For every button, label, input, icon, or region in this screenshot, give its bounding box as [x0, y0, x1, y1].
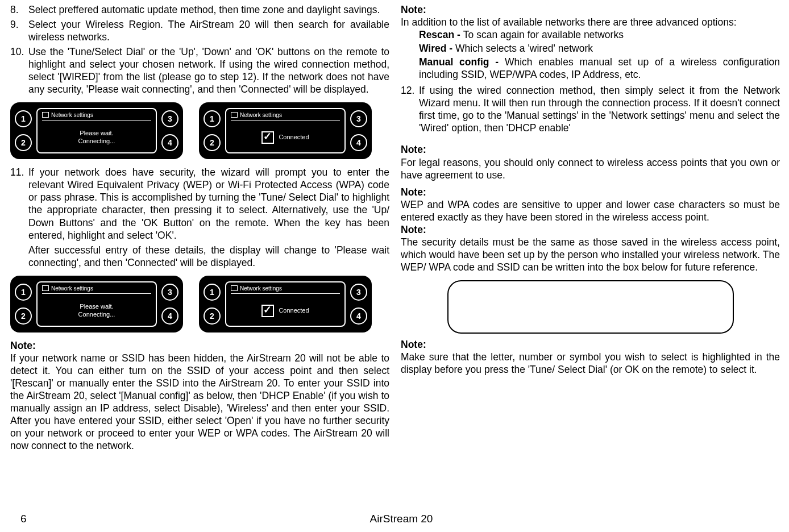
- list-number: 11.: [10, 166, 28, 241]
- note-label: Note:: [401, 186, 780, 198]
- list-icon: [231, 112, 238, 118]
- option-rescan: Rescan - To scan again for available net…: [419, 28, 780, 41]
- screen-text-line2: Connecting...: [78, 138, 115, 146]
- screen-body: Please wait. Connecting...: [38, 296, 156, 326]
- list-item-10: 10. Use the 'Tune/Select Dial' or the 'U…: [10, 45, 389, 95]
- note-intro: In addition to the list of available net…: [401, 16, 780, 28]
- screen-text-connected: Connected: [279, 307, 309, 315]
- list-icon: [231, 285, 238, 291]
- screen-title: Network settings: [240, 285, 282, 292]
- writein-box: [447, 280, 734, 334]
- note-label: Note:: [401, 143, 780, 156]
- note-1-text: If your network name or SSID has been hi…: [10, 352, 389, 452]
- screen-title-bar: Network settings: [42, 111, 151, 121]
- list-number: 10.: [10, 45, 28, 95]
- screen-text-connected: Connected: [279, 134, 309, 142]
- device-row-1: 1 2 3 4 Network settings Please wait. Co…: [10, 102, 389, 159]
- page-footer: 6 AirStream 20: [20, 513, 782, 525]
- device-button-2: 2: [204, 307, 221, 325]
- note-label: Note:: [401, 3, 780, 16]
- device-screen: Network settings Connected: [225, 281, 346, 327]
- check-icon: [261, 131, 274, 144]
- option-text: Which selects a 'wired' network: [455, 43, 593, 54]
- device-display-connecting: 1 2 3 4 Network settings Please wait. Co…: [10, 102, 183, 159]
- list-item-12: 12. If using the wired connection method…: [401, 84, 780, 134]
- device-display-connecting: 1 2 3 4 Network settings Please wait. Co…: [10, 276, 183, 332]
- list-number: 8.: [10, 3, 28, 16]
- screen-body: Please wait. Connecting...: [38, 123, 156, 152]
- list-icon: [42, 112, 49, 118]
- option-label: Manual config -: [419, 56, 505, 68]
- screen-title-bar: Network settings: [231, 285, 340, 294]
- note-5-text: Make sure that the letter, number or sym…: [401, 351, 780, 376]
- device-screen: Network settings Connected: [225, 108, 346, 153]
- list-text-span: If your network does have security, the …: [28, 167, 389, 240]
- device-button-3: 3: [161, 110, 178, 127]
- device-screen: Network settings Please wait. Connecting…: [36, 281, 157, 327]
- device-button-4: 4: [161, 134, 178, 151]
- device-display-connected: 1 2 3 4 Network settings Connected: [199, 102, 372, 159]
- device-button-4: 4: [350, 307, 367, 325]
- note-label: Note:: [401, 338, 780, 351]
- list-item-11: 11. If your network does have security, …: [10, 166, 389, 241]
- screen-title-bar: Network settings: [231, 111, 340, 121]
- screen-text-line1: Please wait.: [80, 130, 113, 138]
- option-manual-config: Manual config - Which enables manual set…: [419, 56, 780, 81]
- device-button-1: 1: [204, 110, 221, 127]
- note-3-text: WEP and WPA codes are sensitive to upper…: [401, 198, 780, 223]
- option-text: To scan again for available networks: [463, 29, 624, 40]
- option-label: Wired -: [419, 43, 455, 54]
- screen-text-line1: Please wait.: [80, 303, 113, 311]
- list-text: If using the wired connection method, th…: [419, 84, 780, 134]
- list-item-9: 9. Select your Wireless Region. The AirS…: [10, 18, 389, 43]
- device-row-2: 1 2 3 4 Network settings Please wait. Co…: [10, 276, 389, 332]
- screen-body: Connected: [226, 296, 344, 326]
- device-button-4: 4: [350, 134, 367, 151]
- device-button-2: 2: [15, 307, 32, 325]
- list-text: Select preffered automatic update method…: [28, 3, 389, 16]
- screen-title: Network settings: [51, 112, 93, 118]
- device-button-1: 1: [15, 110, 32, 127]
- device-button-3: 3: [350, 110, 367, 127]
- screen-text-line2: Connecting...: [78, 311, 115, 319]
- page-number: 6: [20, 513, 27, 525]
- device-button-2: 2: [204, 134, 221, 151]
- list-item-8: 8. Select preffered automatic update met…: [10, 3, 389, 16]
- option-label: Rescan -: [419, 29, 463, 40]
- list-text: If your network does have security, the …: [28, 166, 389, 241]
- device-button-2: 2: [15, 134, 32, 151]
- page: 8. Select preffered automatic update met…: [0, 0, 789, 452]
- device-button-1: 1: [204, 284, 221, 301]
- check-icon: [261, 305, 274, 317]
- screen-title-bar: Network settings: [42, 285, 151, 294]
- device-button-4: 4: [161, 307, 178, 325]
- screen-body: Connected: [226, 123, 344, 152]
- list-item-11-extra: After successful entry of these details,…: [28, 244, 389, 269]
- note-label: Note:: [401, 223, 780, 236]
- list-text: Select your Wireless Region. The AirStre…: [28, 18, 389, 43]
- screen-title: Network settings: [240, 112, 282, 118]
- list-number: 9.: [10, 18, 28, 43]
- device-screen: Network settings Please wait. Connecting…: [36, 108, 157, 153]
- note-label: Note:: [10, 339, 389, 352]
- device-button-3: 3: [161, 284, 178, 301]
- list-text: Use the 'Tune/Select Dial' or the 'Up', …: [28, 45, 389, 95]
- footer-title: AirStream 20: [370, 513, 433, 525]
- option-wired: Wired - Which selects a 'wired' network: [419, 42, 780, 55]
- screen-title: Network settings: [51, 285, 93, 292]
- note-4-text: The security details must be the same as…: [401, 236, 780, 273]
- right-column: Note: In addition to the list of availab…: [401, 3, 782, 452]
- list-number: 12.: [401, 84, 419, 134]
- device-button-3: 3: [350, 284, 367, 301]
- list-icon: [42, 285, 49, 291]
- note-2-text: For legal reasons, you should only conne…: [401, 156, 780, 181]
- device-display-connected: 1 2 3 4 Network settings Connected: [199, 276, 372, 332]
- device-button-1: 1: [15, 284, 32, 301]
- left-column: 8. Select preffered automatic update met…: [10, 3, 389, 452]
